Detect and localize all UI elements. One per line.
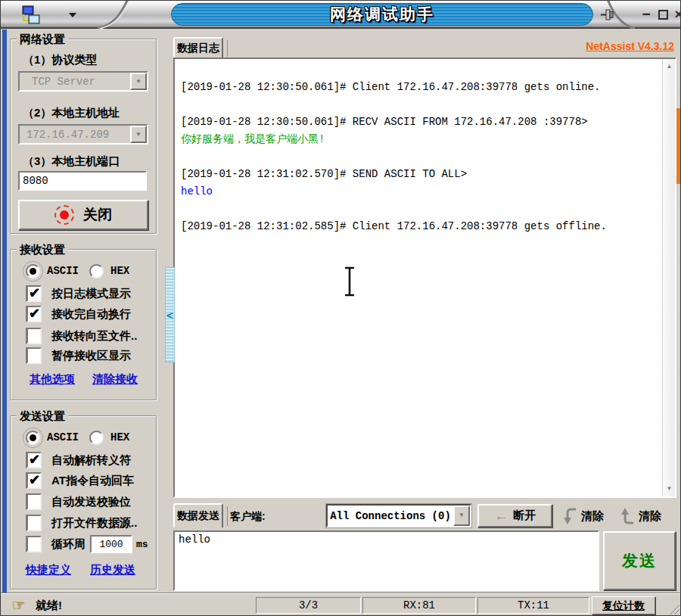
option-label: 自动解析转义符	[51, 453, 131, 468]
close-connection-label: 关闭	[83, 205, 112, 225]
host-port-input[interactable]	[18, 171, 147, 191]
connection-count-panel: 3/3	[256, 597, 361, 614]
send-ascii-radio[interactable]: ASCII	[26, 428, 79, 446]
send-option-escape[interactable]: 自动解析转义符	[26, 451, 131, 469]
option-label: 自动发送校验位	[51, 495, 131, 509]
left-arrow-icon: ←	[494, 509, 508, 523]
clear-recv-link[interactable]: 清除接收	[92, 372, 138, 387]
clear-send-label: 清除	[639, 509, 661, 524]
close-connection-button[interactable]: 关闭	[18, 200, 148, 230]
maximize-button[interactable]	[655, 5, 670, 23]
log-line: [2019-01-28 12:31:02.570]# SEND ASCII TO…	[181, 166, 655, 183]
checkbox-icon[interactable]	[26, 515, 42, 531]
chevron-down-icon[interactable]: ▼	[453, 506, 470, 526]
text-cursor-ibeam	[341, 266, 358, 297]
send-hex-label: HEX	[110, 431, 129, 443]
option-label: 接收转向至文件..	[51, 329, 137, 344]
clear-recv-label: 清除	[581, 509, 604, 524]
status-bar: ☞ 就绪! 3/3 RX:81 TX:11 复位计数	[1, 594, 681, 616]
checkbox-icon[interactable]	[26, 452, 42, 468]
send-ascii-label: ASCII	[47, 431, 79, 443]
clear-send-button[interactable]: 清除	[620, 506, 661, 527]
client-label: 客户端:	[230, 510, 266, 524]
checkbox-icon[interactable]	[26, 536, 42, 552]
recv-hex-radio[interactable]: HEX	[89, 262, 129, 280]
send-hex-radio[interactable]: HEX	[89, 428, 129, 446]
log-line	[181, 96, 655, 114]
checkbox-icon[interactable]	[26, 347, 42, 364]
scroll-up-icon[interactable]: ▲	[663, 61, 676, 73]
protocol-type-value: TCP Server	[20, 76, 130, 88]
group-recv-settings: 接收设置 ASCII HEX 按日志模式显示 接收完自动换行 接收转向至文件..…	[10, 249, 157, 400]
window-menu-arrow-icon[interactable]	[69, 13, 76, 17]
pin-icon[interactable]	[600, 8, 615, 22]
clear-recv-button[interactable]: 清除	[562, 506, 604, 527]
log-line: [2019-01-28 12:30:50.061]# RECV ASCII FR…	[181, 114, 655, 131]
pointing-hand-icon: ☞	[11, 596, 25, 614]
option-label: 接收完自动换行	[51, 307, 131, 322]
send-option-at-cr[interactable]: AT指令自动回车	[26, 471, 134, 490]
collapse-left-icon[interactable]: <	[166, 310, 173, 321]
radio-icon[interactable]	[89, 264, 104, 278]
close-button[interactable]: ×	[671, 5, 681, 23]
send-option-file-source[interactable]: 打开文件数据源..	[26, 514, 137, 532]
resize-grip[interactable]	[668, 603, 680, 615]
radio-icon[interactable]	[26, 264, 40, 278]
recv-option-auto-newline[interactable]: 接收完自动换行	[26, 305, 131, 323]
checkbox-icon[interactable]	[26, 493, 42, 510]
tab-data-send[interactable]: 数据发送	[173, 503, 223, 527]
record-dot-icon	[54, 205, 74, 225]
recv-option-redirect-file[interactable]: 接收转向至文件..	[26, 327, 137, 345]
option-label: AT指令自动回车	[51, 474, 134, 488]
send-button[interactable]: 发送	[603, 531, 676, 590]
recv-ascii-label: ASCII	[47, 265, 79, 277]
send-data-input[interactable]: hello	[173, 530, 599, 591]
recv-option-pause-display[interactable]: 暂停接收区显示	[26, 347, 131, 365]
log-line: [2019-01-28 12:31:02.585]# Client 172.16…	[181, 218, 655, 235]
option-label: 循环周	[51, 537, 86, 552]
curved-up-arrow-icon	[620, 506, 635, 526]
recv-ascii-radio[interactable]: ASCII	[26, 262, 79, 280]
log-line: 你好服务端，我是客户端小黑!	[181, 131, 655, 148]
checkbox-icon[interactable]	[26, 328, 42, 344]
protocol-type-combo[interactable]: TCP Server ▼	[18, 71, 148, 92]
connection-select-combo[interactable]: All Connections (0) ▼	[326, 504, 471, 527]
title-bar[interactable]: 网络调试助手 − ×	[1, 1, 681, 29]
send-option-checksum[interactable]: 自动发送校验位	[26, 493, 131, 511]
send-button-label: 发送	[622, 550, 657, 571]
checkbox-icon[interactable]	[26, 472, 42, 489]
host-port-label: （3）本地主机端口	[23, 154, 120, 169]
title-pill: 网络调试助手	[171, 3, 593, 26]
tab-data-log-label: 数据日志	[177, 42, 219, 55]
loop-period-input[interactable]	[90, 535, 132, 553]
reset-count-button[interactable]: 复位计数	[592, 596, 655, 614]
option-label: 暂停接收区显示	[51, 349, 131, 363]
sidebar-collapse-splitter[interactable]: <	[165, 267, 175, 362]
log-line	[181, 201, 655, 218]
checkbox-icon[interactable]	[26, 285, 42, 302]
host-address-combo[interactable]: 172.16.47.209 ▼	[18, 124, 148, 145]
scroll-down-icon[interactable]: ▼	[663, 483, 676, 495]
protocol-type-label: （1）协议类型	[23, 53, 97, 67]
log-scrollbar[interactable]: ▲ ▼	[662, 59, 675, 496]
rx-count-panel: RX:81	[362, 597, 476, 614]
quick-define-link[interactable]: 快捷定义	[26, 563, 71, 577]
recv-option-log-mode[interactable]: 按日志模式显示	[26, 285, 131, 303]
app-network-icon[interactable]	[20, 5, 48, 25]
minimize-button[interactable]: −	[639, 5, 654, 23]
tab-data-log[interactable]: 数据日志	[173, 37, 223, 58]
history-send-link[interactable]: 历史发送	[90, 563, 135, 577]
radio-icon[interactable]	[26, 431, 40, 445]
log-line	[181, 148, 655, 166]
chevron-down-icon[interactable]: ▼	[130, 73, 147, 90]
radio-icon[interactable]	[89, 431, 104, 445]
checkbox-icon[interactable]	[26, 306, 42, 322]
chevron-down-icon[interactable]: ▼	[130, 126, 147, 143]
netassist-version-link[interactable]: NetAssist V4.3.12	[586, 40, 674, 52]
data-log-area[interactable]: [2019-01-28 12:30:50.061]# Client 172.16…	[173, 58, 676, 498]
option-label: 打开文件数据源..	[51, 516, 137, 530]
send-option-loop-period[interactable]: 循环周 ms	[26, 535, 148, 553]
disconnect-button[interactable]: ← 断开	[477, 504, 552, 527]
other-options-link[interactable]: 其他选项	[30, 372, 75, 387]
option-label: 按日志模式显示	[51, 287, 131, 301]
